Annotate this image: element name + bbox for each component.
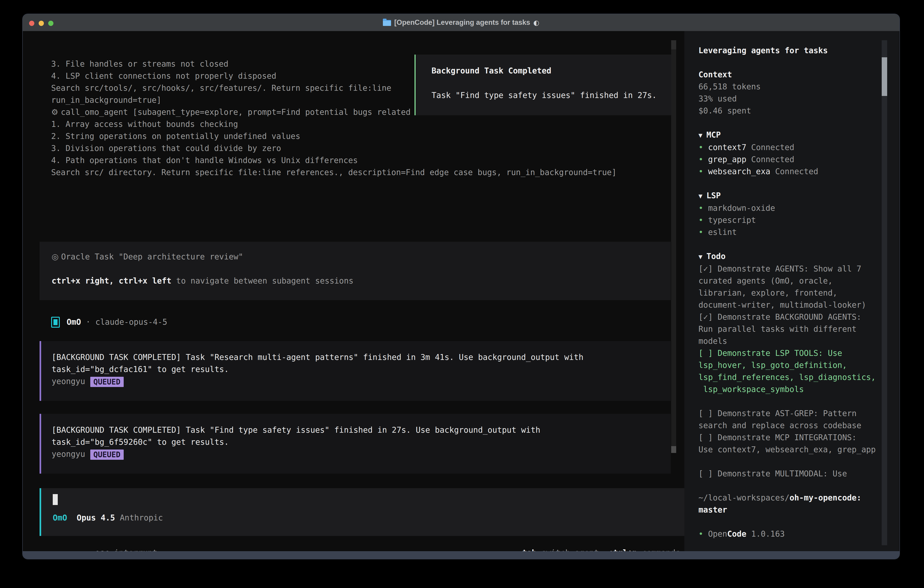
window-title-group: [OpenCode] Leveraging agents for tasks ◐ [383,18,539,26]
todo-line: models [698,335,882,347]
task-message-line: task_id="bg_dcfac161" to get results. [52,363,671,375]
mcp-section-header[interactable]: ▼ MCP [698,129,882,141]
todo-line: [✓] Demonstrate BACKGROUND AGENTS: [698,311,882,323]
status-dot-icon: • [698,143,708,152]
task-message-line: [BACKGROUND TASK COMPLETED] Task "Find t… [52,424,671,436]
titlebar: [OpenCode] Leveraging agents for tasks ◐ [23,14,899,31]
status-dot-icon: • [698,155,708,164]
todo-line-active: lsp_find_references, lsp_diagnostics, [698,371,882,383]
background-task-message: [BACKGROUND TASK COMPLETED] Task "Resear… [40,341,671,401]
agent-header: OmO · claude-opus-4-5 [51,316,167,328]
window-bottom-edge [23,551,899,559]
status-dot-icon: • [698,529,708,538]
scrollbar-segment [671,40,676,50]
model-status-line: OmO Opus 4.5 Anthropic [53,512,684,524]
active-agent-label: OmO [53,512,67,524]
mcp-item: • context7 Connected [698,141,882,154]
todo-section-header[interactable]: ▼ Todo [698,250,882,263]
todo-line: [✓] Demonstrate AGENTS: Show all 7 [698,263,882,275]
lsp-item: • markdown-oxide [698,202,882,214]
terminal-line: 2. String operations on potentially unde… [51,130,640,142]
text-cursor [53,494,58,505]
keybinding: ctrl+x right, ctrl+x left [52,276,172,285]
collapse-triangle-icon: ▼ [698,192,706,200]
terminal-line: Search src/ directory. Return specific f… [51,167,640,178]
prompt-input[interactable]: OmO Opus 4.5 Anthropic [40,488,684,536]
desktop: [OpenCode] Leveraging agents for tasks ◐… [0,0,924,588]
half-circle-icon: ◐ [533,19,539,26]
agent-checkbox-icon [51,317,60,328]
context-spent: $0.46 spent [698,105,882,117]
mcp-name: websearch_exa [708,167,770,176]
terminal-line: 3. Division operations that could divide… [51,142,640,154]
mcp-item: • grep_app Connected [698,154,882,165]
app-version: • OpenCode 1.0.163 [698,528,882,540]
status-dot-icon: • [698,228,708,237]
git-branch: master [698,504,882,516]
subagent-nav-hint: ctrl+x right, ctrl+x left to navigate be… [52,275,671,287]
collapse-triangle-icon: ▼ [698,131,706,139]
todo-line-active: lsp_workspace_symbols [698,383,882,395]
status-dot-icon: • [698,216,708,225]
lsp-item: • typescript [698,214,882,226]
traffic-lights [29,21,53,26]
task-meta: yeongyuQUEUED [52,448,671,460]
mcp-status: Connected [770,167,818,176]
toast-title: Background Task Completed [432,65,674,77]
status-badge: QUEUED [90,377,124,387]
mcp-status: Connected [746,155,794,164]
todo-line: [ ] Demonstrate AST-GREP: Pattern [698,408,882,420]
todo-line: Run parallel tasks with different [698,323,882,335]
task-message-line: [BACKGROUND TASK COMPLETED] Task "Resear… [52,351,671,363]
background-task-message: [BACKGROUND TASK COMPLETED] Task "Find t… [40,414,671,474]
mcp-name: context7 [708,143,746,152]
context-tokens: 66,518 tokens [698,81,882,93]
toast-notification: Background Task Completed Task "Find typ… [414,55,675,115]
task-message-line: task_id="bg_6f59260c" to get results. [52,436,671,448]
oracle-task-panel: ◎ Oracle Task "Deep architecture review"… [40,242,671,300]
task-user: yeongyu [52,449,85,459]
active-model-label: Opus 4.5 [67,512,115,524]
mcp-item: • websearch_exa Connected [698,165,882,178]
status-dot-icon: • [698,203,708,213]
todo-line: search and replace across codebase [698,420,882,431]
provider-label: Anthropic [115,512,163,524]
terminal-line: 1. Array access without bounds checking [51,118,640,130]
terminal-line: 4. Path operations that don't handle Win… [51,154,640,167]
mcp-status: Connected [746,143,794,152]
scrollbar-thumb[interactable] [882,57,887,96]
context-used: 33% used [698,93,882,105]
context-heading: Context [698,69,882,81]
app-window: [OpenCode] Leveraging agents for tasks ◐… [23,14,899,559]
lsp-section-header[interactable]: ▼ LSP [698,190,882,202]
status-badge: QUEUED [90,449,124,460]
lsp-item: • eslint [698,226,882,238]
terminal-scrollbar[interactable] [671,40,676,453]
toast-body: Task "Find type safety issues" finished … [432,89,674,101]
scrollbar-thumb[interactable] [671,446,676,453]
agent-model: claude-opus-4-5 [95,316,167,328]
todo-line: librarian, explore, frontend, [698,287,882,299]
close-window-button[interactable] [29,21,34,26]
oracle-task-title: ◎ Oracle Task "Deep architecture review" [52,251,671,263]
agent-name: OmO [67,316,81,328]
todo-line-active: lsp_hover, lsp_goto_definition, [698,359,882,371]
gear-icon: ⚙ [51,107,61,117]
todo-line-active: [ ] Demonstrate LSP TOOLS: Use [698,347,882,359]
window-title: [OpenCode] Leveraging agents for tasks [394,18,530,26]
todo-line: Use context7, websearch_exa, grep_app [698,444,882,456]
status-dot-icon: • [698,167,708,176]
task-user: yeongyu [52,377,85,386]
mcp-name: grep_app [708,155,746,164]
todo-line: document-writer, multimodal-looker) [698,299,882,311]
sidebar-scrollbar[interactable] [882,40,887,545]
todo-line: [ ] Demonstrate MCP INTEGRATIONS: [698,431,882,444]
session-title: Leveraging agents for tasks [698,45,882,57]
bullseye-icon: ◎ [52,252,61,261]
sidebar-content: Leveraging agents for tasks Context 66,5… [698,45,882,540]
todo-line: [ ] Demonstrate MULTIMODAL: Use [698,468,882,480]
folder-icon [383,20,391,26]
minimize-window-button[interactable] [39,21,44,26]
maximize-window-button[interactable] [48,21,53,26]
workspace-path: ~/local-workspaces/oh-my-opencode: [698,492,882,504]
